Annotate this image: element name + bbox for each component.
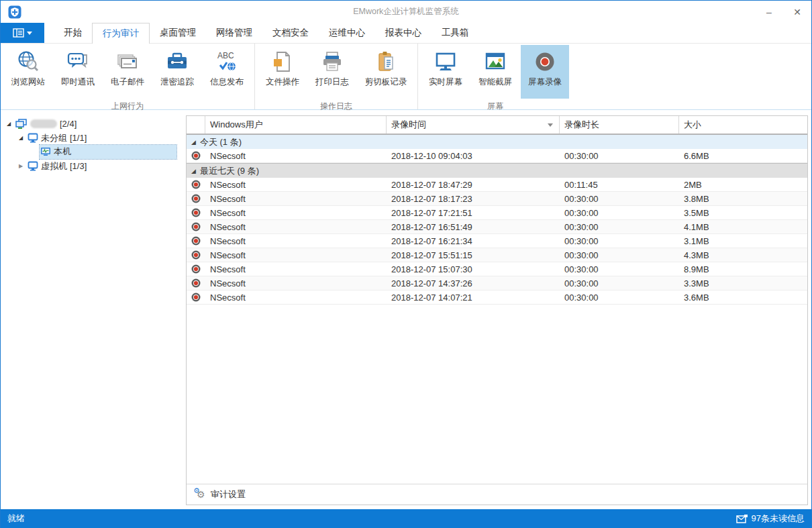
cell-duration: 00:30:00 xyxy=(560,208,679,218)
ribbon-item-leak-trace[interactable]: 泄密追踪 xyxy=(153,45,201,99)
cell-size: 3.1MB xyxy=(679,236,807,246)
tree-node-label: 虚拟机 xyxy=(41,160,67,172)
tab-desktop-management[interactable]: 桌面管理 xyxy=(150,23,206,43)
table-row[interactable]: NSecsoft 2018-12-07 16:51:49 00:30:00 4.… xyxy=(187,220,807,234)
column-header-windows-user[interactable]: Windows用户 xyxy=(205,116,387,134)
ribbon-item-label: 信息发布 xyxy=(210,76,244,88)
audit-settings-button[interactable]: 审计设置 xyxy=(211,488,246,500)
tab-start[interactable]: 开始 xyxy=(54,23,92,43)
ribbon-item-print-log[interactable]: 打印日志 xyxy=(308,45,356,99)
ribbon-item-clipboard-record[interactable]: 剪切板记录 xyxy=(358,45,414,99)
group-row-last-seven-days[interactable]: ◢ 最近七天 (9 条) xyxy=(187,163,807,178)
column-header-icon[interactable] xyxy=(187,116,205,134)
cell-time: 2018-12-07 17:21:51 xyxy=(387,208,560,218)
expand-triangle-icon[interactable]: ◢ xyxy=(17,135,25,141)
table-row[interactable]: NSecsoft 2018-12-07 18:47:29 00:11:45 2M… xyxy=(187,178,807,192)
sort-desc-icon[interactable] xyxy=(548,123,553,127)
ribbon-group-screen: 实时屏幕 智能截屏 xyxy=(418,44,572,109)
cell-time: 2018-12-07 15:07:30 xyxy=(387,264,560,274)
window-title: EMwork企业计算机监管系统 xyxy=(1,6,811,17)
cell-size: 3.6MB xyxy=(679,293,807,303)
cell-duration: 00:30:00 xyxy=(560,151,679,161)
table-row[interactable]: NSecsoft 2018-12-10 09:04:03 00:30:00 6.… xyxy=(187,149,807,163)
cell-size: 6.6MB xyxy=(679,151,807,161)
tree-node-root[interactable]: ◢ [2/4] xyxy=(5,117,179,131)
file-menu-button[interactable] xyxy=(1,23,44,43)
cell-duration: 00:30:00 xyxy=(560,222,679,232)
ribbon-item-info-publish[interactable]: ABC 信息发布 xyxy=(203,45,251,99)
table-row[interactable]: NSecsoft 2018-12-07 14:07:21 00:30:00 3.… xyxy=(187,291,807,305)
cell-duration: 00:30:00 xyxy=(560,236,679,246)
column-header-record-time[interactable]: 录像时间 xyxy=(387,116,560,134)
table-row[interactable]: NSecsoft 2018-12-07 14:37:26 00:30:00 3.… xyxy=(187,276,807,291)
expand-triangle-icon[interactable]: ◢ xyxy=(5,121,13,127)
tree-node-label: 未分组 xyxy=(41,132,67,144)
ribbon-item-label: 浏览网站 xyxy=(11,76,45,88)
title-bar: EMwork企业计算机监管系统 – ✕ xyxy=(1,1,811,23)
local-machine-icon xyxy=(40,147,51,156)
cell-duration: 00:11:45 xyxy=(560,180,679,190)
cell-size: 3.8MB xyxy=(679,194,807,204)
collapse-triangle-icon[interactable]: ▶ xyxy=(17,163,25,169)
group-expand-icon[interactable]: ◢ xyxy=(191,168,196,174)
minimize-button[interactable]: – xyxy=(755,3,783,21)
tree-node-virtual-machines[interactable]: ▶ 虚拟机 [1/3] xyxy=(5,159,179,173)
ribbon-item-label: 电子邮件 xyxy=(111,76,144,88)
cell-time: 2018-12-07 16:21:34 xyxy=(387,236,560,246)
ribbon-item-realtime-screen[interactable]: 实时屏幕 xyxy=(421,45,470,99)
record-dot-icon xyxy=(191,278,201,288)
ribbon-item-screen-record[interactable]: 屏幕录像 xyxy=(521,45,569,99)
cell-user: NSecsoft xyxy=(205,194,387,204)
tab-toolbox[interactable]: 工具箱 xyxy=(432,23,479,43)
print-log-icon xyxy=(320,50,344,74)
tree-node-ungrouped[interactable]: ◢ 未分组 [1/1] xyxy=(5,131,179,145)
ribbon-item-label: 实时屏幕 xyxy=(429,76,462,88)
ribbon-item-label: 泄密追踪 xyxy=(160,76,194,88)
record-dot-icon xyxy=(191,250,201,260)
record-dot-icon xyxy=(191,208,201,217)
ribbon-group-internet-behavior: 浏览网站 即时通讯 xyxy=(1,44,255,109)
device-tree-panel: ◢ [2/4] ◢ 未分组 [1/1] xyxy=(1,110,179,509)
tree-node-count: [1/1] xyxy=(70,133,87,143)
menu-tab-bar: 开始 行为审计 桌面管理 网络管理 文档安全 运维中心 报表中心 工具箱 xyxy=(1,23,811,43)
column-header-size[interactable]: 大小 xyxy=(679,116,807,134)
cell-user: NSecsoft xyxy=(205,236,387,246)
table-row[interactable]: NSecsoft 2018-12-07 16:21:34 00:30:00 3.… xyxy=(187,234,807,248)
tab-report-center[interactable]: 报表中心 xyxy=(375,23,432,43)
cell-time: 2018-12-07 14:37:26 xyxy=(387,278,560,288)
tree-node-count: [2/4] xyxy=(60,119,77,129)
ribbon-item-browse-web[interactable]: 浏览网站 xyxy=(4,45,52,99)
ribbon-item-label: 剪切板记录 xyxy=(365,76,407,88)
ribbon-item-smart-capture[interactable]: 智能截屏 xyxy=(471,45,519,99)
table-row[interactable]: NSecsoft 2018-12-07 15:07:30 00:30:00 8.… xyxy=(187,262,807,276)
tree-selected-highlight[interactable]: 本机 xyxy=(40,145,176,159)
ribbon-item-instant-message[interactable]: 即时通讯 xyxy=(54,45,102,99)
record-dot-icon xyxy=(191,264,201,274)
close-button[interactable]: ✕ xyxy=(783,3,811,21)
table-empty-area xyxy=(187,305,807,484)
group-row-today[interactable]: ◢ 今天 (1 条) xyxy=(187,134,807,149)
info-publish-icon: ABC xyxy=(215,50,239,74)
table-footer: ⚙⚙ 审计设置 xyxy=(187,484,807,505)
tab-ops-center[interactable]: 运维中心 xyxy=(319,23,375,43)
tab-behavior-audit[interactable]: 行为审计 xyxy=(92,23,150,44)
ribbon-item-email[interactable]: 电子邮件 xyxy=(103,45,152,99)
tree-node-local-machine[interactable]: 本机 xyxy=(5,145,179,159)
tab-network-management[interactable]: 网络管理 xyxy=(206,23,262,43)
tree-root-redacted-label xyxy=(30,119,57,128)
cell-size: 3.3MB xyxy=(679,278,807,288)
cell-size: 8.9MB xyxy=(679,264,807,274)
ribbon: 浏览网站 即时通讯 xyxy=(1,43,811,110)
ribbon-item-file-operation[interactable]: 文件操作 xyxy=(258,45,307,99)
screen-record-icon xyxy=(533,50,557,74)
table-row[interactable]: NSecsoft 2018-12-07 18:17:23 00:30:00 3.… xyxy=(187,192,807,206)
unread-messages-button[interactable]: 97条未读信息 xyxy=(736,513,805,525)
cell-time: 2018-12-07 18:47:29 xyxy=(387,180,560,190)
column-header-duration[interactable]: 录像时长 xyxy=(560,116,679,134)
app-logo-icon xyxy=(8,5,21,19)
group-expand-icon[interactable]: ◢ xyxy=(191,139,196,146)
table-row[interactable]: NSecsoft 2018-12-07 15:51:15 00:30:00 4.… xyxy=(187,248,807,262)
tab-document-security[interactable]: 文档安全 xyxy=(262,23,319,43)
table-row[interactable]: NSecsoft 2018-12-07 17:21:51 00:30:00 3.… xyxy=(187,206,807,220)
ribbon-item-label: 打印日志 xyxy=(315,76,349,88)
